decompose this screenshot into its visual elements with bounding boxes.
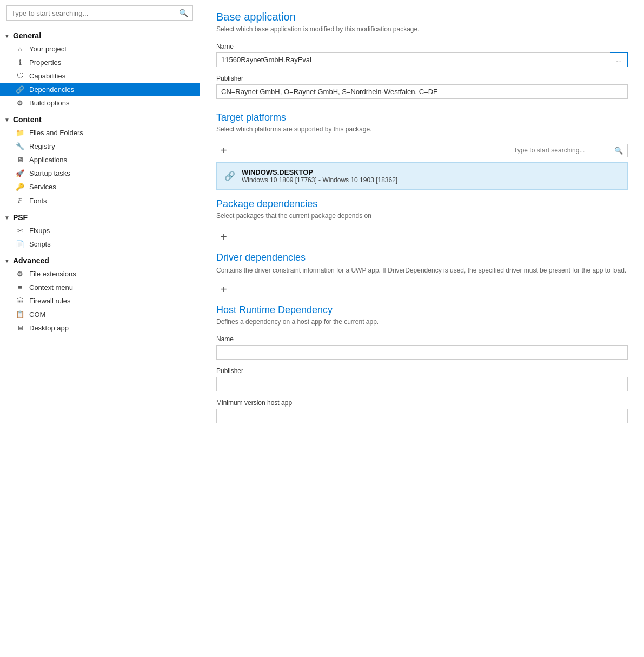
sidebar-item-build-options[interactable]: ⚙ Build options (0, 96, 200, 110)
add-package-dependency-button[interactable]: + (216, 229, 231, 244)
platform-search-input[interactable] (514, 147, 614, 154)
sidebar-item-dependencies[interactable]: 🔗 Dependencies (0, 83, 200, 96)
chevron-icon: ▼ (4, 33, 10, 39)
sidebar-item-label: COM (29, 310, 45, 318)
host-runtime-title: Host Runtime Dependency (216, 304, 628, 316)
search-box[interactable]: 🔍 (6, 5, 193, 21)
sidebar-item-label: Context menu (29, 283, 73, 291)
section-advanced-label: Advanced (13, 256, 49, 265)
link-icon: 🔗 (15, 85, 25, 94)
name-label: Name (216, 43, 628, 50)
sidebar-item-desktop-app[interactable]: 🖥 Desktop app (0, 321, 200, 335)
search-input[interactable] (11, 9, 179, 17)
sidebar-item-label: Fonts (29, 197, 47, 205)
scripts-icon: 📄 (15, 240, 25, 248)
section-general[interactable]: ▼ General (0, 26, 200, 42)
chevron-icon: ▼ (4, 258, 10, 264)
platform-search-row: + 🔍 (216, 143, 628, 158)
section-advanced[interactable]: ▼ Advanced (0, 251, 200, 267)
publisher-label: Publisher (216, 75, 628, 82)
services-icon: 🔑 (15, 183, 25, 191)
host-min-version-label: Minimum version host app (216, 399, 628, 407)
sidebar-item-scripts[interactable]: 📄 Scripts (0, 237, 200, 251)
publisher-input[interactable] (216, 84, 628, 99)
sidebar-item-label: File extensions (29, 270, 76, 278)
sidebar-item-applications[interactable]: 🖥 Applications (0, 153, 200, 167)
platform-search-box[interactable]: 🔍 (509, 144, 628, 157)
sidebar-item-label: Startup tasks (29, 169, 70, 177)
sidebar-item-files-and-folders[interactable]: 📁 Files and Folders (0, 126, 200, 140)
driver-dependencies-title: Driver dependencies (216, 252, 628, 263)
name-row: ... (216, 52, 628, 67)
add-platform-button[interactable]: + (216, 143, 231, 158)
sidebar-item-context-menu[interactable]: ≡ Context menu (0, 281, 200, 294)
sidebar-item-label: Registry (29, 142, 55, 150)
platform-link-icon: 🔗 (224, 171, 235, 181)
target-platforms-title: Target platforms (216, 112, 628, 123)
sidebar-item-services[interactable]: 🔑 Services (0, 180, 200, 194)
name-input[interactable] (216, 52, 610, 67)
sidebar-item-label: Capabilities (29, 72, 65, 80)
app-icon: 🖥 (15, 156, 25, 164)
sidebar-item-capabilities[interactable]: 🛡 Capabilities (0, 69, 200, 83)
platform-version: Windows 10 1809 [17763] - Windows 10 190… (242, 176, 397, 184)
section-content-label: Content (13, 115, 42, 124)
search-icon: 🔍 (179, 9, 188, 17)
target-platforms-subtitle: Select which platforms are supported by … (216, 125, 628, 133)
file-ext-icon: ⚙ (15, 270, 25, 278)
page-subtitle: Select which base application is modifie… (216, 25, 628, 33)
sidebar-item-fixups[interactable]: ✂ Fixups (0, 224, 200, 237)
sidebar-item-label: Desktop app (29, 324, 69, 332)
host-publisher-input[interactable] (216, 377, 628, 391)
host-name-input[interactable] (216, 345, 628, 360)
chevron-icon: ▼ (4, 215, 10, 221)
sidebar-item-label: Firewall rules (29, 297, 71, 305)
menu-icon: ≡ (15, 283, 25, 291)
registry-icon: 🔧 (15, 142, 25, 150)
sidebar-item-label: Build options (29, 99, 69, 107)
package-dependencies-subtitle: Select packages that the current package… (216, 212, 628, 220)
com-icon: 📋 (15, 310, 25, 318)
sidebar-item-label: Properties (29, 58, 61, 67)
sidebar-item-your-project[interactable]: ⌂ Your project (0, 42, 200, 56)
sidebar-item-label: Fixups (29, 227, 50, 235)
platform-name: WINDOWS.DESKTOP (242, 168, 397, 176)
driver-dependencies-desc: Contains the driver constraint informati… (216, 266, 628, 275)
package-dependencies-title: Package dependencies (216, 198, 628, 210)
fixups-icon: ✂ (15, 227, 25, 235)
desktop-icon: 🖥 (15, 324, 25, 332)
platform-search-icon: 🔍 (614, 147, 623, 155)
section-psf[interactable]: ▼ PSF (0, 208, 200, 224)
platform-item[interactable]: 🔗 WINDOWS.DESKTOP Windows 10 1809 [17763… (216, 162, 628, 190)
main-content: Base application Select which base appli… (200, 0, 644, 657)
sidebar-item-fonts[interactable]: F Fonts (0, 194, 200, 208)
host-publisher-label: Publisher (216, 367, 628, 375)
host-name-label: Name (216, 335, 628, 343)
add-driver-dependency-button[interactable]: + (216, 282, 231, 297)
folder-icon: 📁 (15, 129, 25, 137)
sidebar-item-file-extensions[interactable]: ⚙ File extensions (0, 267, 200, 281)
section-general-label: General (13, 31, 41, 40)
sidebar-item-label: Your project (29, 45, 67, 53)
host-runtime-subtitle: Defines a dependency on a host app for t… (216, 318, 628, 326)
sidebar-item-com[interactable]: 📋 COM (0, 308, 200, 321)
shield-icon: 🛡 (15, 72, 25, 80)
section-psf-label: PSF (13, 213, 28, 222)
firewall-icon: 🏛 (15, 297, 25, 305)
host-min-version-input[interactable] (216, 409, 628, 423)
sidebar-item-label: Files and Folders (29, 129, 83, 137)
page-title: Base application (216, 11, 628, 23)
info-icon: ℹ (15, 58, 25, 67)
section-content[interactable]: ▼ Content (0, 110, 200, 126)
sidebar-item-startup-tasks[interactable]: 🚀 Startup tasks (0, 167, 200, 180)
browse-button[interactable]: ... (610, 52, 628, 67)
startup-icon: 🚀 (15, 169, 25, 177)
fonts-icon: F (15, 196, 25, 205)
sidebar-item-label: Scripts (29, 240, 51, 248)
chevron-icon: ▼ (4, 117, 10, 123)
sidebar-item-firewall-rules[interactable]: 🏛 Firewall rules (0, 294, 200, 308)
sidebar-item-properties[interactable]: ℹ Properties (0, 56, 200, 69)
sidebar-item-registry[interactable]: 🔧 Registry (0, 140, 200, 153)
sidebar-item-label: Applications (29, 156, 67, 164)
sidebar-item-label: Services (29, 183, 56, 191)
